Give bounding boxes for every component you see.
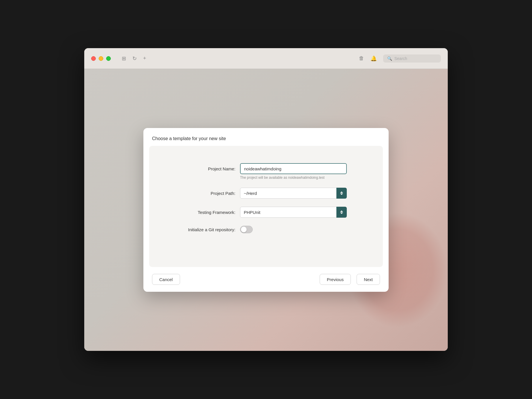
testing-framework-select-wrapper: PHPUnit: [240, 207, 347, 218]
testing-framework-select[interactable]: PHPUnit: [240, 207, 347, 218]
project-name-input[interactable]: [240, 163, 347, 174]
dialog-header: Choose a template for your new site: [143, 128, 389, 146]
dialog-title: Choose a template for your new site: [152, 136, 226, 141]
git-repo-row: Initialize a Git repository:: [185, 226, 347, 233]
search-bar[interactable]: 🔍 Search: [383, 54, 441, 63]
search-icon: 🔍: [387, 56, 392, 61]
traffic-light-red[interactable]: [91, 56, 96, 61]
search-placeholder: Search: [394, 56, 407, 61]
project-path-select-wrapper: ~/Herd: [240, 188, 347, 199]
add-icon[interactable]: +: [143, 55, 146, 61]
next-button[interactable]: Next: [357, 274, 380, 285]
git-repo-label: Initialize a Git repository:: [185, 227, 240, 232]
form-rows: Project Name: The project will be availa…: [185, 163, 347, 233]
dialog-content: Project Name: The project will be availa…: [149, 146, 383, 267]
bell-icon[interactable]: 🔔: [370, 55, 377, 62]
project-name-hint: The project will be available as noideaw…: [240, 176, 347, 180]
mac-window: ⊞ ↻ + 🗑 🔔 🔍 Search Choose a template for…: [84, 48, 448, 351]
traffic-light-green[interactable]: [106, 56, 111, 61]
refresh-icon[interactable]: ↻: [132, 55, 137, 62]
titlebar-right: 🗑 🔔 🔍 Search: [359, 54, 441, 63]
project-name-row: Project Name:: [185, 163, 347, 174]
window-body: Choose a template for your new site Proj…: [84, 69, 448, 351]
sidebar-icon[interactable]: ⊞: [122, 55, 126, 62]
titlebar: ⊞ ↻ + 🗑 🔔 🔍 Search: [84, 48, 448, 69]
dialog-footer: Cancel Previous Next: [143, 267, 389, 292]
project-path-label: Project Path:: [185, 191, 240, 196]
dialog: Choose a template for your new site Proj…: [143, 128, 389, 292]
project-path-select[interactable]: ~/Herd: [240, 188, 347, 199]
traffic-light-yellow[interactable]: [99, 56, 103, 61]
testing-framework-label: Testing Framework:: [185, 210, 240, 215]
testing-framework-row: Testing Framework: PHPUnit: [185, 207, 347, 218]
previous-button[interactable]: Previous: [320, 274, 351, 285]
cancel-button[interactable]: Cancel: [152, 274, 180, 285]
footer-right: Previous Next: [317, 274, 380, 285]
project-name-field-group: Project Name: The project will be availa…: [185, 163, 347, 180]
traffic-lights: [91, 56, 111, 61]
git-repo-toggle-wrapper: [240, 226, 253, 233]
project-path-row: Project Path: ~/Herd: [185, 188, 347, 199]
trash-icon[interactable]: 🗑: [359, 55, 364, 61]
toggle-knob: [241, 227, 247, 232]
titlebar-icons: ⊞ ↻ +: [122, 55, 146, 62]
git-repo-toggle[interactable]: [240, 226, 253, 233]
project-name-label: Project Name:: [185, 166, 240, 171]
